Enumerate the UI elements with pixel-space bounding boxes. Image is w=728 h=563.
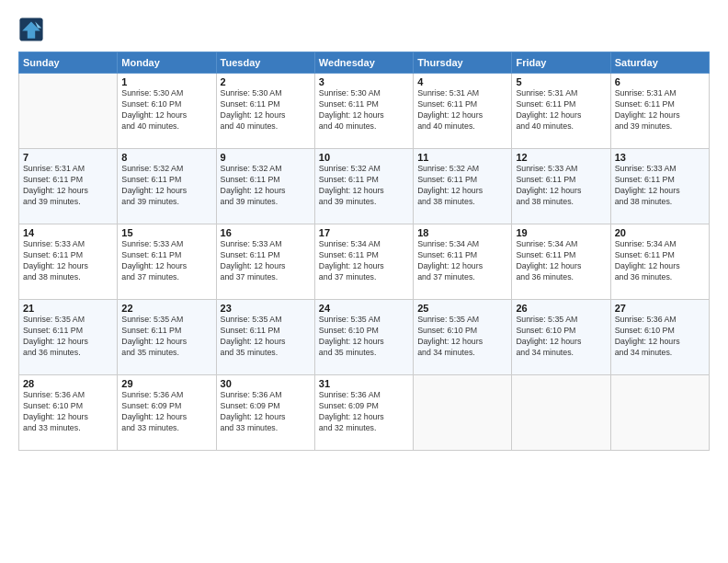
day-info: Sunrise: 5:32 AM Sunset: 6:11 PM Dayligh… [221, 164, 311, 208]
week-row-3: 14Sunrise: 5:33 AM Sunset: 6:11 PM Dayli… [19, 224, 710, 300]
day-cell: 13Sunrise: 5:33 AM Sunset: 6:11 PM Dayli… [610, 149, 709, 224]
weekday-header-wednesday: Wednesday [314, 52, 413, 74]
header [18, 17, 710, 42]
day-number: 11 [417, 152, 507, 163]
day-cell [610, 375, 709, 451]
day-number: 13 [615, 152, 705, 163]
day-cell: 21Sunrise: 5:35 AM Sunset: 6:11 PM Dayli… [19, 300, 118, 375]
day-info: Sunrise: 5:34 AM Sunset: 6:11 PM Dayligh… [516, 239, 606, 283]
day-number: 7 [23, 152, 113, 163]
day-cell: 9Sunrise: 5:32 AM Sunset: 6:11 PM Daylig… [216, 149, 314, 224]
day-cell: 4Sunrise: 5:31 AM Sunset: 6:11 PM Daylig… [414, 74, 512, 149]
day-number: 12 [516, 152, 606, 163]
day-cell: 12Sunrise: 5:33 AM Sunset: 6:11 PM Dayli… [512, 149, 610, 224]
day-cell: 2Sunrise: 5:30 AM Sunset: 6:11 PM Daylig… [216, 74, 314, 149]
day-number: 30 [221, 378, 311, 389]
day-number: 19 [516, 227, 606, 238]
day-cell: 5Sunrise: 5:31 AM Sunset: 6:11 PM Daylig… [512, 74, 610, 149]
day-number: 28 [23, 378, 113, 389]
day-number: 20 [615, 227, 705, 238]
day-number: 23 [221, 303, 311, 314]
day-number: 2 [221, 76, 311, 87]
day-info: Sunrise: 5:36 AM Sunset: 6:09 PM Dayligh… [319, 390, 409, 434]
day-info: Sunrise: 5:36 AM Sunset: 6:09 PM Dayligh… [121, 390, 211, 434]
day-info: Sunrise: 5:35 AM Sunset: 6:10 PM Dayligh… [516, 315, 606, 359]
day-number: 14 [23, 227, 113, 238]
day-cell: 1Sunrise: 5:30 AM Sunset: 6:10 PM Daylig… [118, 74, 216, 149]
day-cell: 3Sunrise: 5:30 AM Sunset: 6:11 PM Daylig… [314, 74, 413, 149]
week-row-5: 28Sunrise: 5:36 AM Sunset: 6:10 PM Dayli… [19, 375, 710, 451]
day-info: Sunrise: 5:35 AM Sunset: 6:11 PM Dayligh… [221, 315, 311, 359]
day-info: Sunrise: 5:35 AM Sunset: 6:10 PM Dayligh… [417, 315, 507, 359]
day-cell: 7Sunrise: 5:31 AM Sunset: 6:11 PM Daylig… [19, 149, 118, 224]
day-number: 31 [319, 378, 409, 389]
day-info: Sunrise: 5:35 AM Sunset: 6:11 PM Dayligh… [121, 315, 211, 359]
day-number: 22 [121, 303, 211, 314]
day-info: Sunrise: 5:31 AM Sunset: 6:11 PM Dayligh… [23, 164, 113, 208]
day-number: 10 [319, 152, 409, 163]
day-cell [512, 375, 610, 451]
day-cell: 17Sunrise: 5:34 AM Sunset: 6:11 PM Dayli… [314, 224, 413, 300]
day-cell: 25Sunrise: 5:35 AM Sunset: 6:10 PM Dayli… [414, 300, 512, 375]
day-info: Sunrise: 5:31 AM Sunset: 6:11 PM Dayligh… [417, 88, 507, 132]
calendar-table: SundayMondayTuesdayWednesdayThursdayFrid… [18, 52, 710, 451]
day-number: 15 [121, 227, 211, 238]
day-cell: 20Sunrise: 5:34 AM Sunset: 6:11 PM Dayli… [610, 224, 709, 300]
day-cell: 18Sunrise: 5:34 AM Sunset: 6:11 PM Dayli… [414, 224, 512, 300]
day-cell: 19Sunrise: 5:34 AM Sunset: 6:11 PM Dayli… [512, 224, 610, 300]
day-info: Sunrise: 5:30 AM Sunset: 6:11 PM Dayligh… [319, 88, 409, 132]
day-number: 24 [319, 303, 409, 314]
logo-icon [18, 17, 44, 42]
day-cell: 30Sunrise: 5:36 AM Sunset: 6:09 PM Dayli… [216, 375, 314, 451]
day-number: 17 [319, 227, 409, 238]
day-info: Sunrise: 5:30 AM Sunset: 6:11 PM Dayligh… [221, 88, 311, 132]
calendar-page: SundayMondayTuesdayWednesdayThursdayFrid… [0, 0, 728, 563]
day-info: Sunrise: 5:36 AM Sunset: 6:10 PM Dayligh… [615, 315, 705, 359]
day-cell: 29Sunrise: 5:36 AM Sunset: 6:09 PM Dayli… [118, 375, 216, 451]
day-number: 5 [516, 76, 606, 87]
day-info: Sunrise: 5:31 AM Sunset: 6:11 PM Dayligh… [516, 88, 606, 132]
day-info: Sunrise: 5:33 AM Sunset: 6:11 PM Dayligh… [516, 164, 606, 208]
day-info: Sunrise: 5:36 AM Sunset: 6:10 PM Dayligh… [23, 390, 113, 434]
week-row-1: 1Sunrise: 5:30 AM Sunset: 6:10 PM Daylig… [19, 74, 710, 149]
day-number: 25 [417, 303, 507, 314]
day-cell: 26Sunrise: 5:35 AM Sunset: 6:10 PM Dayli… [512, 300, 610, 375]
day-info: Sunrise: 5:33 AM Sunset: 6:11 PM Dayligh… [615, 164, 705, 208]
day-info: Sunrise: 5:32 AM Sunset: 6:11 PM Dayligh… [319, 164, 409, 208]
day-cell: 27Sunrise: 5:36 AM Sunset: 6:10 PM Dayli… [610, 300, 709, 375]
day-info: Sunrise: 5:34 AM Sunset: 6:11 PM Dayligh… [417, 239, 507, 283]
day-number: 9 [221, 152, 311, 163]
day-cell: 6Sunrise: 5:31 AM Sunset: 6:11 PM Daylig… [610, 74, 709, 149]
weekday-header-row: SundayMondayTuesdayWednesdayThursdayFrid… [19, 52, 710, 74]
day-cell [19, 74, 118, 149]
day-info: Sunrise: 5:34 AM Sunset: 6:11 PM Dayligh… [615, 239, 705, 283]
day-info: Sunrise: 5:36 AM Sunset: 6:09 PM Dayligh… [221, 390, 311, 434]
day-cell: 22Sunrise: 5:35 AM Sunset: 6:11 PM Dayli… [118, 300, 216, 375]
day-number: 26 [516, 303, 606, 314]
day-info: Sunrise: 5:33 AM Sunset: 6:11 PM Dayligh… [121, 239, 211, 283]
logo [18, 17, 48, 42]
day-info: Sunrise: 5:33 AM Sunset: 6:11 PM Dayligh… [221, 239, 311, 283]
day-cell: 23Sunrise: 5:35 AM Sunset: 6:11 PM Dayli… [216, 300, 314, 375]
weekday-header-thursday: Thursday [414, 52, 512, 74]
day-number: 27 [615, 303, 705, 314]
week-row-4: 21Sunrise: 5:35 AM Sunset: 6:11 PM Dayli… [19, 300, 710, 375]
day-cell: 8Sunrise: 5:32 AM Sunset: 6:11 PM Daylig… [118, 149, 216, 224]
day-info: Sunrise: 5:35 AM Sunset: 6:10 PM Dayligh… [319, 315, 409, 359]
day-cell [414, 375, 512, 451]
week-row-2: 7Sunrise: 5:31 AM Sunset: 6:11 PM Daylig… [19, 149, 710, 224]
day-info: Sunrise: 5:30 AM Sunset: 6:10 PM Dayligh… [121, 88, 211, 132]
day-info: Sunrise: 5:35 AM Sunset: 6:11 PM Dayligh… [23, 315, 113, 359]
day-number: 6 [615, 76, 705, 87]
day-info: Sunrise: 5:31 AM Sunset: 6:11 PM Dayligh… [615, 88, 705, 132]
day-cell: 16Sunrise: 5:33 AM Sunset: 6:11 PM Dayli… [216, 224, 314, 300]
weekday-header-monday: Monday [118, 52, 216, 74]
weekday-header-sunday: Sunday [19, 52, 118, 74]
day-cell: 24Sunrise: 5:35 AM Sunset: 6:10 PM Dayli… [314, 300, 413, 375]
day-number: 8 [121, 152, 211, 163]
day-number: 29 [121, 378, 211, 389]
day-number: 1 [121, 76, 211, 87]
day-info: Sunrise: 5:32 AM Sunset: 6:11 PM Dayligh… [121, 164, 211, 208]
day-info: Sunrise: 5:34 AM Sunset: 6:11 PM Dayligh… [319, 239, 409, 283]
day-cell: 15Sunrise: 5:33 AM Sunset: 6:11 PM Dayli… [118, 224, 216, 300]
